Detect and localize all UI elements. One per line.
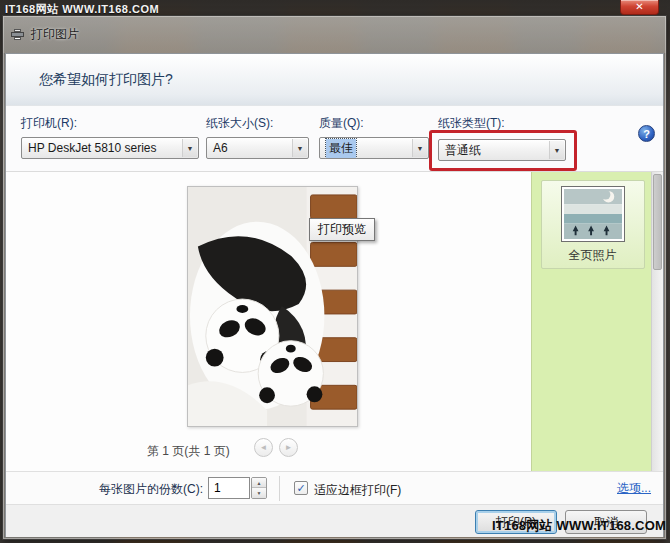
fit-to-frame-checkbox[interactable]: ✓ (294, 481, 308, 495)
chevron-down-icon: ▼ (412, 139, 427, 157)
fit-to-frame-label: 适应边框打印(F) (314, 482, 401, 499)
check-icon: ✓ (296, 483, 305, 494)
help-icon: ? (643, 128, 650, 140)
sidebar-scrollbar[interactable] (651, 172, 663, 471)
preview-region: 打印预览 第 1 页(共 1 页) ◄ ► (6, 171, 663, 471)
full-page-thumbnail-graphic (564, 189, 622, 239)
arrow-right-icon: ► (285, 443, 293, 452)
paper-size-dropdown[interactable]: A6 ▼ (206, 137, 309, 159)
screen: IT168网站 WWW.IT168.COM 打印图片 ✕ 您希望如何打印图片? … (0, 0, 670, 543)
printer-dropdown[interactable]: HP DeskJet 5810 series ▼ (21, 137, 199, 159)
paper-size-label: 纸张大小(S): (206, 115, 273, 132)
layout-sidebar: 全页照片 (531, 172, 653, 471)
chevron-down-icon: ▼ (549, 141, 564, 159)
watermark-bottom: IT168网站 WWW.IT168.COM (492, 517, 666, 535)
watermark-top: IT168网站 WWW.IT168.COM (5, 2, 159, 17)
close-button[interactable]: ✕ (620, 0, 659, 15)
copies-input[interactable] (208, 477, 250, 499)
layout-thumbnail (561, 186, 625, 242)
help-button[interactable]: ? (638, 125, 655, 142)
arrow-left-icon: ◄ (260, 443, 268, 452)
layout-label: 全页照片 (542, 247, 644, 264)
dialog-question: 您希望如何打印图片? (6, 71, 173, 89)
dialog-body: 您希望如何打印图片? 打印机(R): HP DeskJet 5810 serie… (5, 53, 664, 537)
scrollbar-thumb[interactable] (653, 174, 662, 270)
header-band: 您希望如何打印图片? (6, 54, 663, 106)
options-link[interactable]: 选项... (617, 480, 651, 497)
window-title: 打印图片 (31, 26, 79, 43)
paper-type-label: 纸张类型(T): (438, 115, 505, 132)
printer-icon (11, 29, 24, 40)
quality-label: 质量(Q): (319, 115, 364, 132)
divider (279, 476, 280, 501)
stepper-up-button[interactable]: ▲ (252, 478, 266, 488)
close-icon: ✕ (635, 2, 643, 12)
print-settings-row: 打印机(R): HP DeskJet 5810 series ▼ 纸张大小(S)… (6, 106, 663, 171)
previous-page-button[interactable]: ◄ (254, 438, 273, 457)
chevron-down-icon: ▼ (182, 139, 197, 157)
title-bar[interactable]: 打印图片 (3, 16, 666, 53)
arrow-down-icon: ▼ (257, 490, 262, 496)
stepper-down-button[interactable]: ▼ (252, 488, 266, 498)
copies-stepper[interactable]: ▲ ▼ (251, 477, 267, 499)
layout-item-full-page[interactable]: 全页照片 (541, 180, 645, 269)
page-status: 第 1 页(共 1 页) (147, 443, 230, 460)
printer-label: 打印机(R): (21, 115, 77, 132)
arrow-up-icon: ▲ (257, 480, 262, 486)
next-page-button[interactable]: ► (279, 438, 298, 457)
copies-label: 每张图片的份数(C): (26, 481, 203, 498)
print-preview-tooltip: 打印预览 (309, 218, 375, 241)
quality-dropdown[interactable]: 最佳 ▼ (319, 137, 429, 159)
footer-controls: 每张图片的份数(C): ▲ ▼ ✓ 适应边框打印(F) 选项... (6, 471, 663, 504)
paper-type-dropdown[interactable]: 普通纸 ▼ (438, 139, 566, 161)
chevron-down-icon: ▼ (292, 139, 307, 157)
